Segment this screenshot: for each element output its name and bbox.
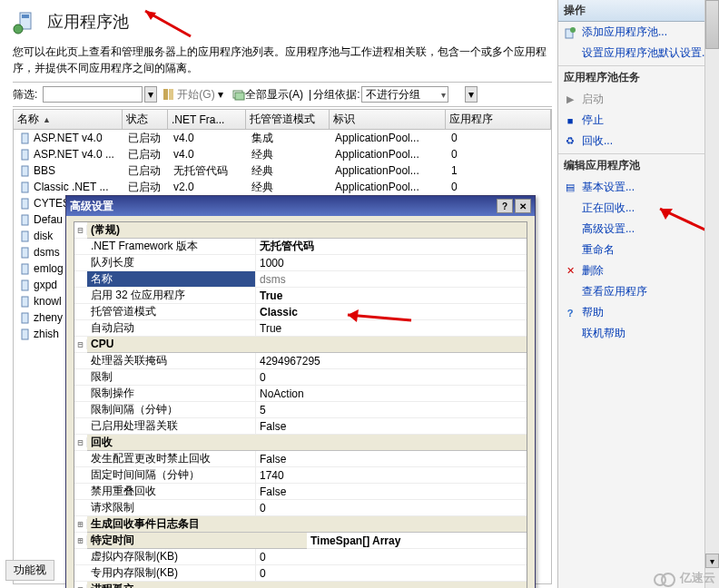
col-net[interactable]: .NET Fra... — [168, 110, 246, 129]
prop-row[interactable]: 限制操作NoAction — [74, 386, 527, 402]
group-dropdown[interactable]: 不进行分组 — [361, 86, 448, 103]
apppool-row-icon — [19, 328, 32, 340]
action-advanced-settings[interactable]: 高级设置... — [558, 219, 719, 240]
apppool-row-icon — [19, 262, 32, 275]
apppool-row-icon — [19, 197, 32, 210]
action-help[interactable]: ? 帮助 — [558, 302, 719, 323]
group-label: 分组依据: — [313, 87, 360, 103]
doc-icon: ▤ — [564, 181, 576, 194]
go-icon — [163, 88, 175, 101]
expand-icon[interactable]: ⊞ — [74, 535, 87, 545]
prop-row[interactable]: 专用内存限制(KB)0 — [74, 565, 527, 582]
prop-row[interactable]: 处理器关联掩码4294967295 — [74, 353, 527, 369]
prop-row[interactable]: 限制0 — [74, 369, 527, 386]
svg-rect-10 — [22, 182, 28, 192]
prop-row[interactable]: 固定时间间隔（分钟）1740 — [74, 467, 527, 484]
svg-rect-12 — [22, 215, 28, 225]
col-state[interactable]: 状态 — [123, 110, 168, 129]
expand-icon[interactable]: ⊞ — [74, 519, 87, 529]
collapse-icon[interactable]: ⊟ — [74, 437, 87, 447]
filter-input[interactable] — [43, 86, 143, 103]
action-set-defaults[interactable]: 设置应用程序池默认设置... — [558, 43, 719, 64]
prop-category[interactable]: ⊞特定时间TimeSpan[] Array — [74, 533, 527, 549]
help-button[interactable]: ? — [497, 199, 513, 213]
collapse-icon[interactable]: ⊟ — [74, 225, 87, 235]
dialog-title: 高级设置 — [70, 199, 113, 214]
edit-heading: 编辑应用程序池 — [558, 153, 719, 177]
watermark-logo — [654, 571, 677, 585]
prop-row[interactable]: 启用 32 位应用程序True — [74, 288, 527, 304]
apppool-row-icon — [19, 230, 32, 242]
go-button[interactable]: 开始(G) ▾ — [159, 85, 227, 103]
showall-icon — [232, 88, 245, 101]
prop-row[interactable]: 请求限制0 — [74, 500, 527, 516]
actions-panel: 操作 添加应用程序池... 设置应用程序池默认设置... 应用程序池任务 ▶ 启… — [557, 0, 719, 588]
action-stop[interactable]: ■ 停止 — [558, 110, 719, 131]
tasks-heading: 应用程序池任务 — [558, 65, 719, 89]
col-name[interactable]: 名称▲ — [14, 110, 123, 129]
view-picker[interactable]: ▾ — [465, 86, 478, 103]
page-title-row: 应用程序池 — [13, 9, 552, 34]
prop-category[interactable]: ⊟回收 — [74, 435, 527, 451]
col-pipe[interactable]: 托管管道模式 — [246, 110, 330, 129]
prop-category[interactable]: ⊞生成回收事件日志条目 — [74, 516, 527, 533]
prop-row[interactable]: 限制间隔（分钟）5 — [74, 402, 527, 418]
action-view-apps[interactable]: 查看应用程序 — [558, 281, 719, 302]
svg-rect-6 — [235, 93, 244, 100]
showall-button[interactable]: 全部显示(A) — [229, 85, 307, 103]
play-icon: ▶ — [564, 93, 576, 106]
action-online-help[interactable]: 联机帮助 — [558, 323, 719, 344]
scrollbar-thumb[interactable] — [705, 0, 719, 49]
prop-row[interactable]: 名称dsms — [74, 271, 527, 288]
prop-row[interactable]: 托管管道模式Classic — [74, 304, 527, 320]
prop-row[interactable]: 禁用重叠回收False — [74, 484, 527, 500]
prop-row[interactable]: 已启用处理器关联False — [74, 418, 527, 435]
svg-rect-17 — [22, 297, 28, 307]
svg-rect-7 — [22, 133, 28, 143]
filter-toolbar: 筛选: ▾ 开始(G) ▾ 全部显示(A) | 分组依据: 不进行分组 ▾ — [13, 82, 552, 107]
prop-row[interactable]: 虚拟内存限制(KB)0 — [74, 549, 527, 565]
filter-dropdown[interactable]: ▾ — [144, 86, 157, 103]
close-button[interactable]: ✕ — [515, 199, 531, 213]
svg-rect-4 — [169, 89, 173, 100]
prop-row[interactable]: 自动启动True — [74, 320, 527, 337]
action-basic-settings[interactable]: ▤ 基本设置... — [558, 177, 719, 198]
scrollbar-down[interactable]: ▾ — [705, 554, 719, 568]
svg-rect-15 — [22, 264, 28, 274]
stop-icon: ■ — [564, 114, 576, 127]
action-recycling[interactable]: 正在回收... — [558, 198, 719, 219]
apppool-row-icon — [19, 132, 32, 144]
col-ident[interactable]: 标识 — [330, 110, 446, 129]
table-row[interactable]: ASP.NET v4.0 ...已启动v4.0经典ApplicationPool… — [14, 146, 551, 162]
delete-icon: ✕ — [564, 265, 576, 278]
collapse-icon[interactable]: ⊟ — [74, 339, 87, 349]
action-rename[interactable]: 重命名 — [558, 240, 719, 260]
page-title: 应用程序池 — [47, 11, 129, 33]
action-start: ▶ 启动 — [558, 89, 719, 110]
action-delete[interactable]: ✕ 删除 — [558, 260, 719, 281]
col-apps[interactable]: 应用程序 — [446, 110, 551, 129]
action-add-apppool[interactable]: 添加应用程序池... — [558, 22, 719, 43]
prop-row[interactable]: .NET Framework 版本无托管代码 — [74, 239, 527, 255]
features-view-tab[interactable]: 功能视 — [5, 560, 54, 581]
table-row[interactable]: Classic .NET ...已启动v2.0经典ApplicationPool… — [14, 179, 551, 195]
svg-rect-11 — [22, 199, 28, 209]
prop-category[interactable]: ⊟进程孤立 — [74, 582, 527, 588]
actions-scrollbar[interactable]: ▾ — [704, 0, 719, 588]
prop-row[interactable]: 发生配置更改时禁止回收False — [74, 451, 527, 467]
property-grid[interactable]: ⊟(常规).NET Framework 版本无托管代码队列长度1000名称dsm… — [74, 221, 527, 588]
collapse-icon[interactable]: ⊟ — [74, 584, 87, 588]
svg-rect-18 — [22, 313, 28, 323]
prop-category[interactable]: ⊟CPU — [74, 337, 527, 353]
prop-row[interactable]: 队列长度1000 — [74, 255, 527, 271]
sort-asc-icon: ▲ — [43, 115, 51, 124]
apppool-row-icon — [19, 148, 32, 161]
svg-rect-9 — [22, 166, 28, 176]
action-recycle[interactable]: ♻ 回收... — [558, 131, 719, 152]
dialog-titlebar[interactable]: 高级设置 ? ✕ — [66, 196, 535, 216]
prop-category[interactable]: ⊟(常规) — [74, 222, 527, 239]
table-header: 名称▲ 状态 .NET Fra... 托管管道模式 标识 应用程序 — [14, 110, 551, 130]
apppool-row-icon — [19, 279, 32, 291]
table-row[interactable]: BBS已启动无托管代码经典ApplicationPool...1 — [14, 162, 551, 179]
table-row[interactable]: ASP.NET v4.0已启动v4.0集成ApplicationPool...0 — [14, 130, 551, 146]
